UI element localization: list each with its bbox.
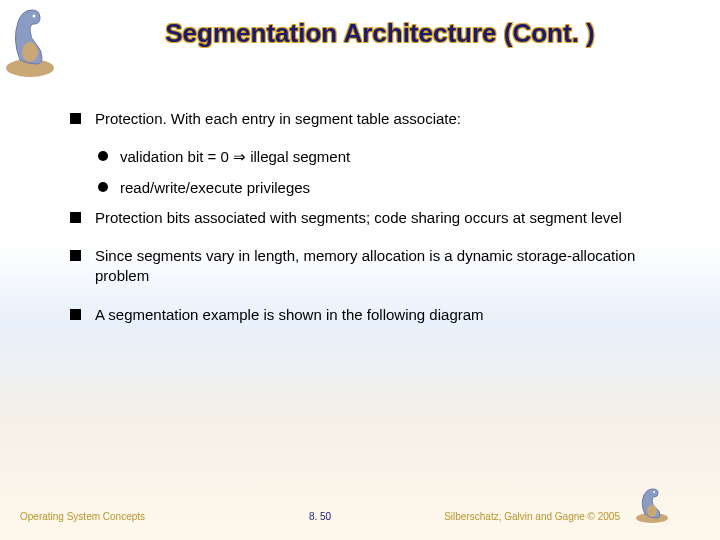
slide-footer: Operating System Concepts 8. 50 Silbersc… — [0, 511, 720, 522]
square-bullet-icon — [70, 212, 81, 223]
bullet-level1: Since segments vary in length, memory al… — [70, 246, 650, 287]
square-bullet-icon — [70, 113, 81, 124]
bullet-level2: read/write/execute privileges — [98, 178, 650, 198]
footer-left: Operating System Concepts — [0, 511, 220, 522]
footer-page-number: 8. 50 — [220, 511, 420, 522]
bullet-text: Protection. With each entry in segment t… — [95, 109, 650, 129]
circle-bullet-icon — [98, 151, 108, 161]
svg-point-2 — [22, 42, 38, 62]
circle-bullet-icon — [98, 182, 108, 192]
svg-point-1 — [33, 15, 36, 18]
slide-content: Protection. With each entry in segment t… — [0, 49, 720, 325]
dinosaur-logo-top — [0, 0, 60, 80]
slide-title: Segmentation Architecture (Cont. ) — [0, 0, 720, 49]
bullet-text: validation bit = 0 ⇒ illegal segment — [120, 147, 650, 167]
footer-credits: Silberschatz, Galvin and Gagne © 2005 — [420, 511, 720, 522]
svg-point-4 — [653, 491, 655, 493]
bullet-text: Protection bits associated with segments… — [95, 208, 650, 228]
bullet-level1: Protection. With each entry in segment t… — [70, 109, 650, 129]
square-bullet-icon — [70, 309, 81, 320]
bullet-level2: validation bit = 0 ⇒ illegal segment — [98, 147, 650, 167]
bullet-level1: Protection bits associated with segments… — [70, 208, 650, 228]
bullet-text: A segmentation example is shown in the f… — [95, 305, 650, 325]
square-bullet-icon — [70, 250, 81, 261]
bullet-text: Since segments vary in length, memory al… — [95, 246, 650, 287]
bullet-text: read/write/execute privileges — [120, 178, 650, 198]
bullet-level1: A segmentation example is shown in the f… — [70, 305, 650, 325]
